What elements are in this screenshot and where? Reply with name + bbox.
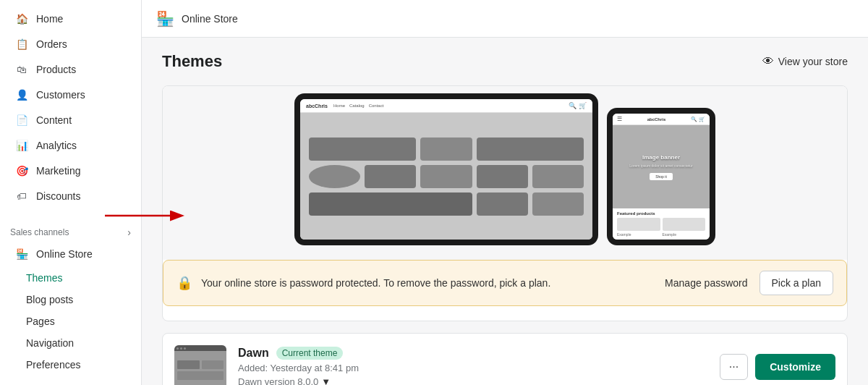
sidebar-item-customers-label: Customers (36, 89, 85, 101)
tablet-nav: abcChris HomeCatalogContact 🔍 🛒 (300, 99, 592, 113)
phone-device: ☰ abcChris 🔍 🛒 Image banner Lorem ipsum … (607, 108, 715, 245)
theme-thumbnail (174, 345, 226, 385)
online-store-icon: 🏪 (14, 247, 29, 261)
phone-banner-title: Image banner (642, 154, 680, 161)
content-icon: 📄 (14, 113, 29, 127)
current-theme-badge: Current theme (276, 347, 344, 360)
analytics-icon: 📊 (14, 138, 29, 153)
sidebar-item-products-label: Products (36, 64, 76, 75)
sidebar-sub-navigation-label: Navigation (26, 337, 74, 349)
sidebar-sub-item-pages[interactable]: Pages (4, 311, 137, 331)
tablet-device: abcChris HomeCatalogContact 🔍 🛒 (294, 93, 598, 245)
theme-actions: ··· Customize (720, 354, 835, 380)
sidebar-sub-themes-label: Themes (26, 272, 63, 284)
password-warning: 🔒 Your online store is password protecte… (163, 260, 847, 306)
sidebar-item-online-store-label: Online Store (36, 248, 93, 260)
password-warning-actions: Manage password Pick a plan (665, 271, 833, 295)
page-content-area: Themes 👁 View your store abcChris HomeCa… (142, 38, 868, 385)
sidebar-item-content-label: Content (36, 114, 72, 126)
theme-preview-card: abcChris HomeCatalogContact 🔍 🛒 (162, 85, 848, 321)
sidebar-item-customers[interactable]: 👤 Customers (4, 82, 137, 107)
sales-channels-label: Sales channels › (0, 218, 141, 241)
sidebar-sub-blogposts-label: Blog posts (26, 294, 73, 305)
marketing-icon: 🎯 (14, 164, 29, 178)
main-content: 🏪 Online Store Themes 👁 View your store … (142, 0, 868, 385)
topbar: 🏪 Online Store (142, 0, 868, 38)
lock-icon: 🔒 (176, 275, 192, 291)
phone-screen: ☰ abcChris 🔍 🛒 Image banner Lorem ipsum … (613, 114, 710, 240)
sidebar-sub-item-blog-posts[interactable]: Blog posts (4, 289, 137, 310)
phone-banner: Image banner Lorem ipsum dolor sit amet … (613, 125, 710, 208)
page-header: Themes 👁 View your store (162, 52, 848, 71)
tablet-screen: abcChris HomeCatalogContact 🔍 🛒 (300, 99, 592, 240)
theme-row: Dawn Current theme Added: Yesterday at 8… (162, 333, 848, 385)
sidebar-item-content[interactable]: 📄 Content (4, 108, 137, 132)
more-button[interactable]: ··· (720, 354, 748, 380)
theme-meta: Added: Yesterday at 8:41 pm (238, 363, 708, 373)
topbar-title: Online Store (182, 13, 238, 25)
password-warning-text: Your online store is password protected.… (201, 277, 656, 289)
sidebar-item-products[interactable]: 🛍 Products (4, 57, 137, 82)
sidebar: 🏠 Home 📋 Orders 🛍 Products 👤 Customers 📄… (0, 0, 142, 385)
sidebar-item-online-store[interactable]: 🏪 Online Store (4, 242, 137, 266)
theme-name-row: Dawn Current theme (238, 347, 708, 360)
sidebar-sub-pages-label: Pages (26, 316, 55, 327)
products-icon: 🛍 (14, 62, 29, 77)
manage-password-link[interactable]: Manage password (665, 277, 747, 289)
theme-name: Dawn (238, 347, 269, 360)
theme-info: Dawn Current theme Added: Yesterday at 8… (238, 347, 708, 385)
pick-plan-button[interactable]: Pick a plan (760, 271, 833, 295)
orders-icon: 📋 (14, 37, 29, 51)
view-store-label: View your store (778, 56, 848, 67)
theme-version-label: Dawn version 8.0.0 (238, 376, 318, 385)
sidebar-item-orders-label: Orders (36, 38, 67, 50)
sidebar-item-home[interactable]: 🏠 Home (4, 7, 137, 31)
phone-products: Featured products Example Example (613, 208, 710, 240)
sidebar-sub-item-themes[interactable]: Themes (4, 268, 137, 288)
customize-button[interactable]: Customize (755, 354, 835, 380)
theme-preview-images: abcChris HomeCatalogContact 🔍 🛒 (163, 86, 847, 260)
view-store-button[interactable]: 👁 View your store (762, 55, 848, 68)
sidebar-item-discounts[interactable]: 🏷 Discounts (4, 184, 137, 208)
sidebar-item-marketing-label: Marketing (36, 165, 80, 177)
sidebar-sub-preferences-label: Preferences (26, 359, 80, 371)
eye-icon: 👁 (762, 55, 774, 68)
phone-nav: ☰ abcChris 🔍 🛒 (613, 114, 710, 125)
sidebar-item-orders[interactable]: 📋 Orders (4, 32, 137, 56)
page-title: Themes (162, 52, 222, 71)
topbar-icon: 🏪 (156, 10, 174, 28)
discounts-icon: 🏷 (14, 189, 29, 203)
customers-icon: 👤 (14, 88, 29, 102)
phone-banner-description: Lorem ipsum dolor sit amet consectetur (629, 164, 693, 168)
sidebar-item-analytics[interactable]: 📊 Analytics (4, 133, 137, 158)
theme-version: Dawn version 8.0.0 ▼ (238, 376, 708, 385)
more-dots-icon: ··· (729, 360, 739, 373)
home-icon: 🏠 (14, 12, 29, 26)
sidebar-sub-item-preferences[interactable]: Preferences (4, 355, 137, 375)
sidebar-item-analytics-label: Analytics (36, 140, 77, 151)
sidebar-item-home-label: Home (36, 13, 63, 25)
tablet-content (300, 113, 592, 240)
sidebar-item-discounts-label: Discounts (36, 190, 80, 202)
sidebar-sub-item-navigation[interactable]: Navigation (4, 333, 137, 353)
phone-banner-cta: Shop it (650, 173, 673, 180)
version-dropdown[interactable]: ▼ (321, 376, 331, 385)
sidebar-item-marketing[interactable]: 🎯 Marketing (4, 158, 137, 183)
